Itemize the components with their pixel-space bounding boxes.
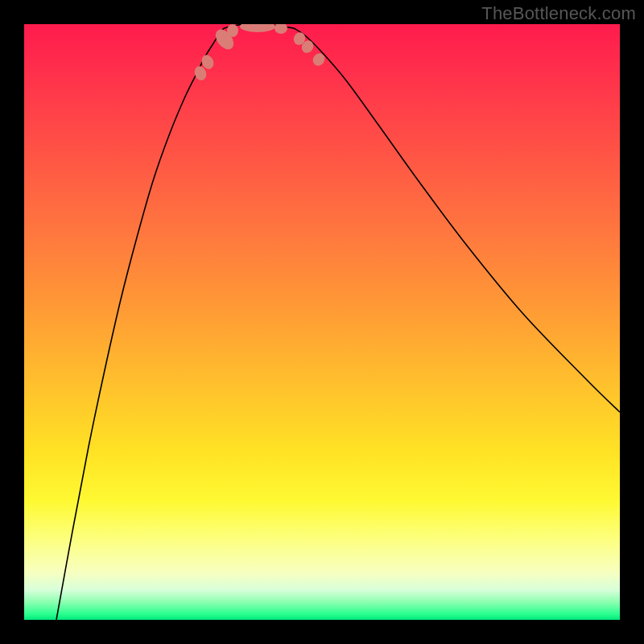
watermark-text: TheBottleneck.com	[481, 3, 636, 24]
valley-markers	[192, 24, 327, 82]
chart-frame: TheBottleneck.com	[0, 0, 644, 644]
curve-right-branch	[294, 28, 620, 412]
data-marker	[240, 24, 275, 32]
chart-svg	[24, 24, 620, 620]
data-marker	[227, 24, 238, 37]
curve-left-branch	[56, 28, 224, 620]
data-marker	[311, 51, 328, 68]
data-marker	[275, 24, 287, 34]
plot-area	[24, 24, 620, 620]
